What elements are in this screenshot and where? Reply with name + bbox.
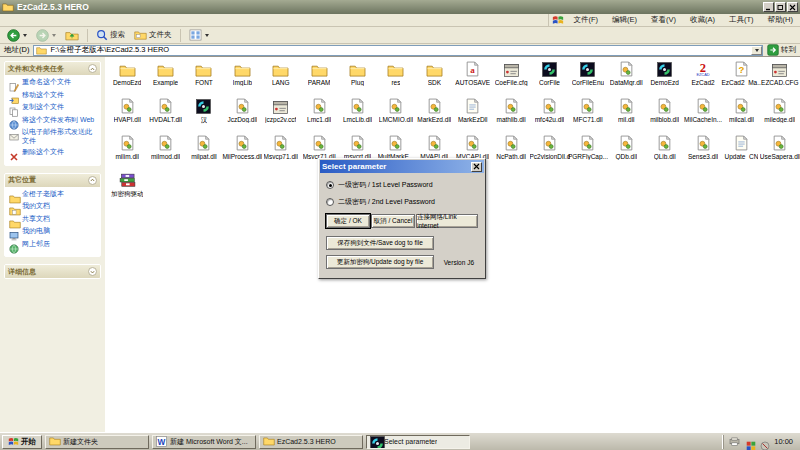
- file-item[interactable]: QDb.dll: [607, 132, 645, 169]
- file-item[interactable]: MilCacheIn...: [684, 95, 722, 132]
- file-item[interactable]: milpat.dll: [185, 132, 223, 169]
- file-item[interactable]: ImgLib: [223, 58, 261, 95]
- file-item[interactable]: res: [377, 58, 415, 95]
- file-item[interactable]: PGRFlyCap...: [569, 132, 607, 169]
- chevron-up-icon[interactable]: [88, 64, 97, 73]
- file-item[interactable]: milblob.dll: [645, 95, 683, 132]
- file-item[interactable]: UseSapera.dll: [761, 132, 799, 169]
- file-item[interactable]: Pc2visionDll.dll: [530, 132, 568, 169]
- file-item[interactable]: EZCAD.CFG: [761, 58, 799, 95]
- file-item[interactable]: CoeFile.cfg: [492, 58, 530, 95]
- file-item[interactable]: DemoEzd: [108, 58, 146, 95]
- dialog-close-button[interactable]: [471, 162, 482, 172]
- menu-item[interactable]: 收藏(A): [683, 14, 722, 26]
- forward-button[interactable]: [33, 28, 59, 43]
- file-item[interactable]: Msvcp71.dll: [262, 132, 300, 169]
- panel-other-places-header[interactable]: 其它位置: [5, 174, 100, 187]
- file-item[interactable]: DataMgr.dll: [607, 58, 645, 95]
- printer-icon[interactable]: [729, 437, 740, 446]
- tray-status-icon[interactable]: [760, 437, 770, 447]
- file-item[interactable]: milcal.dll: [722, 95, 760, 132]
- file-item[interactable]: SDK: [415, 58, 453, 95]
- file-item[interactable]: MarkEzd.dll: [415, 95, 453, 132]
- menu-item[interactable]: 帮助(H): [761, 14, 800, 26]
- file-item[interactable]: Update_CN: [722, 132, 760, 169]
- start-button[interactable]: 开始: [2, 435, 42, 449]
- place-item[interactable]: 共享文档: [9, 215, 98, 225]
- file-item[interactable]: miledge.dll: [761, 95, 799, 132]
- place-item[interactable]: 网上邻居: [9, 240, 98, 250]
- save-dog-button[interactable]: 保存狗到文件/Save dog to file: [326, 236, 434, 250]
- file-item[interactable]: a AUTOSAVE: [454, 58, 492, 95]
- task-item[interactable]: 复制这个文件: [9, 103, 98, 113]
- file-item[interactable]: JczDog.dll: [223, 95, 261, 132]
- file-item[interactable]: mfc42u.dll: [530, 95, 568, 132]
- file-item[interactable]: LmcLib.dll: [338, 95, 376, 132]
- menu-item[interactable]: 文件(F): [566, 14, 605, 26]
- file-item[interactable]: CorFileEnu: [569, 58, 607, 95]
- place-item[interactable]: 我的电脑: [9, 227, 98, 237]
- file-item[interactable]: Lmc1.dll: [300, 95, 338, 132]
- file-item[interactable]: MilProcess.dll: [223, 132, 261, 169]
- file-item[interactable]: Example: [146, 58, 184, 95]
- place-item[interactable]: 金橙子老版本: [9, 190, 98, 200]
- ok-button[interactable]: 确定 / OK: [326, 214, 370, 228]
- radio-1st-level[interactable]: 一级密码 / 1st Level Password: [326, 180, 478, 190]
- cancel-button[interactable]: 取消 / Cancel: [371, 214, 415, 228]
- address-dropdown-button[interactable]: [751, 46, 762, 55]
- file-item[interactable]: HVAPI.dll: [108, 95, 146, 132]
- file-item[interactable]: MarkEzDll: [454, 95, 492, 132]
- restore-button[interactable]: [775, 2, 786, 12]
- file-item[interactable]: HVDALT.dll: [146, 95, 184, 132]
- chevron-up-icon[interactable]: [88, 176, 97, 185]
- task-item[interactable]: 重命名这个文件: [9, 78, 98, 88]
- forward-dropdown-icon[interactable]: [52, 34, 56, 37]
- minimize-button[interactable]: [763, 2, 774, 12]
- taskbar-task-button[interactable]: EzCad2.5.3 HERO: [259, 435, 363, 449]
- task-item[interactable]: 移动这个文件: [9, 91, 98, 101]
- file-item[interactable]: DemoEzd: [645, 58, 683, 95]
- update-dog-button[interactable]: 更新加密狗/Update dog by file: [326, 255, 434, 269]
- taskbar-task-button[interactable]: Select parameter: [366, 435, 470, 449]
- task-item[interactable]: 以电子邮件形式发送此文件: [9, 128, 98, 146]
- file-item[interactable]: PARAM: [300, 58, 338, 95]
- file-item[interactable]: LANG: [262, 58, 300, 95]
- file-item[interactable]: 加密狗驱动: [108, 169, 146, 206]
- file-item[interactable]: Sense3.dll: [684, 132, 722, 169]
- file-item[interactable]: 2EZCAD EzCad2: [684, 58, 722, 95]
- file-item[interactable]: FONT: [185, 58, 223, 95]
- file-item[interactable]: Plug: [338, 58, 376, 95]
- task-item[interactable]: 将这个文件发布到 Web: [9, 116, 98, 126]
- back-button[interactable]: [4, 28, 30, 43]
- tray-app-icon[interactable]: [746, 437, 756, 447]
- file-item[interactable]: CorFile: [530, 58, 568, 95]
- taskbar-task-button[interactable]: W 新建 Microsoft Word 文...: [152, 435, 256, 449]
- views-button[interactable]: [186, 28, 212, 42]
- panel-file-tasks-header[interactable]: 文件和文件夹任务: [5, 62, 100, 75]
- file-item[interactable]: QLib.dll: [645, 132, 683, 169]
- back-dropdown-icon[interactable]: [23, 34, 27, 37]
- address-input[interactable]: F:\金橙子老版本\EzCad2.5.3 HERO: [33, 45, 763, 56]
- file-item[interactable]: milim.dll: [108, 132, 146, 169]
- file-item[interactable]: LMCMIO.dll: [377, 95, 415, 132]
- file-item[interactable]: MFC71.dll: [569, 95, 607, 132]
- link-internet-button[interactable]: 连接网络/Link internet: [416, 214, 478, 228]
- views-dropdown-icon[interactable]: [205, 34, 209, 37]
- panel-details-header[interactable]: 详细信息: [5, 265, 100, 278]
- task-item[interactable]: 删除这个文件: [9, 148, 98, 158]
- taskbar-task-button[interactable]: 新建文件夹: [45, 435, 149, 449]
- file-item[interactable]: ? EzCad2_Ma...: [722, 58, 760, 95]
- file-item[interactable]: milmod.dll: [146, 132, 184, 169]
- up-button[interactable]: [62, 28, 82, 43]
- file-item[interactable]: mathlib.dll: [492, 95, 530, 132]
- place-item[interactable]: 我的文档: [9, 202, 98, 212]
- folders-button[interactable]: 文件夹: [131, 28, 175, 42]
- chevron-down-icon[interactable]: [88, 267, 97, 276]
- file-item[interactable]: NcPath.dll: [492, 132, 530, 169]
- close-button[interactable]: [787, 2, 798, 12]
- file-item[interactable]: mil.dll: [607, 95, 645, 132]
- menu-item[interactable]: 工具(T): [722, 14, 761, 26]
- radio-2nd-level[interactable]: 二级密码 / 2nd Level Password: [326, 197, 478, 207]
- go-button[interactable]: 转到: [767, 44, 796, 56]
- menu-item[interactable]: 编辑(E): [605, 14, 644, 26]
